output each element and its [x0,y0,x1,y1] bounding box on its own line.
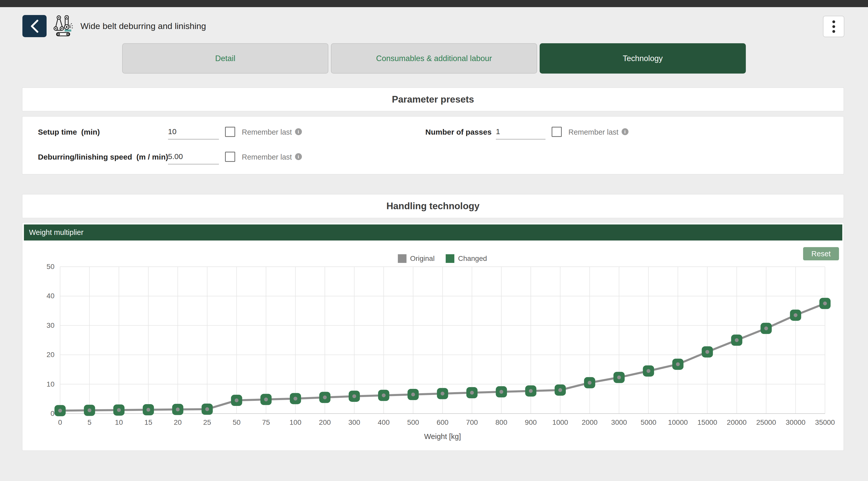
svg-text:30: 30 [46,321,55,329]
svg-text:15000: 15000 [698,418,717,426]
setup-time-row: Setup time (min) 10 Remember last i [38,127,425,142]
svg-text:800: 800 [495,418,507,426]
svg-text:50: 50 [46,263,55,270]
tab-detail[interactable]: Detail [122,43,328,73]
tab-bar: Detail Consumables & additional labour T… [0,43,868,73]
svg-text:25: 25 [203,418,211,426]
chevron-left-icon [29,19,40,33]
original-swatch [398,254,406,263]
svg-text:2000: 2000 [582,418,597,426]
svg-text:5000: 5000 [641,418,656,426]
handling-technology-heading: Handling technology [386,201,479,212]
svg-text:200: 200 [319,418,331,426]
svg-text:500: 500 [407,418,419,426]
svg-text:75: 75 [262,418,270,426]
svg-text:10: 10 [46,380,55,388]
page-title: Wide belt deburring and linishing [81,13,206,39]
svg-text:20: 20 [46,351,55,359]
more-options-button[interactable] [823,16,844,37]
remember-last-label: Remember last [568,127,619,136]
fields-left-column: Setup time (min) 10 Remember last i Debu… [22,127,425,174]
chart-legend: Original Changed [398,254,487,263]
svg-text:35000: 35000 [815,418,835,426]
number-of-passes-remember-checkbox[interactable] [552,127,562,137]
svg-text:3000: 3000 [611,418,627,426]
svg-text:0: 0 [51,410,55,417]
svg-text:5: 5 [88,418,92,426]
deburring-speed-input[interactable]: 5.00 [168,152,219,164]
svg-text:400: 400 [378,418,390,426]
svg-text:25000: 25000 [756,418,776,426]
app-root: Wide belt deburring and linishing Detail… [0,0,868,481]
reset-button[interactable]: Reset [803,247,839,260]
number-of-passes-row: Number of passes 1 Remember last i [425,127,843,142]
info-icon[interactable]: i [295,153,302,160]
tab-consumables[interactable]: Consumables & additional labour [331,43,537,73]
parameter-presets-card: Parameter presets [22,88,844,111]
info-icon[interactable]: i [622,128,628,135]
svg-text:20000: 20000 [727,418,747,426]
setup-time-label: Setup time (min) [38,127,168,136]
svg-text:50: 50 [232,418,241,426]
info-icon[interactable]: i [295,128,302,135]
weight-multiplier-panel: Weight multiplier 0102030405005101520255… [22,222,844,451]
svg-text:40: 40 [46,292,55,300]
number-of-passes-input[interactable]: 1 [496,127,546,139]
handling-technology-card: Handling technology [22,194,844,218]
legend-item-original: Original [398,254,435,263]
kebab-menu-icon [832,20,835,33]
svg-text:15: 15 [144,418,152,426]
parameter-presets-fields: Setup time (min) 10 Remember last i Debu… [22,116,844,174]
svg-text:900: 900 [525,418,537,426]
svg-text:30000: 30000 [785,418,805,426]
deburring-speed-row: Deburring/linishing speed (m / min) 5.00… [38,152,425,167]
svg-text:10: 10 [115,418,123,426]
legend-item-changed: Changed [446,254,487,263]
svg-text:20: 20 [174,418,182,426]
svg-text:0: 0 [58,418,62,426]
svg-text:700: 700 [466,418,478,426]
remember-last-label: Remember last [242,152,292,161]
back-button[interactable] [22,15,46,37]
fields-right-column: Number of passes 1 Remember last i [425,127,843,174]
svg-text:1000: 1000 [552,418,568,426]
top-bar [0,0,868,7]
setup-time-input[interactable]: 10 [168,127,219,139]
header: Wide belt deburring and linishing [0,13,868,41]
setup-time-remember-checkbox[interactable] [225,127,235,137]
wide-belt-machine-icon [54,15,74,37]
deburring-speed-label: Deburring/linishing speed (m / min) [38,152,168,161]
number-of-passes-label: Number of passes [425,127,496,136]
svg-text:10000: 10000 [668,418,688,426]
tab-technology[interactable]: Technology [540,43,746,73]
svg-text:600: 600 [437,418,448,426]
remember-last-label: Remember last [242,127,292,136]
deburring-speed-remember-checkbox[interactable] [225,152,235,162]
x-axis-title: Weight [kg] [424,432,461,441]
parameter-presets-heading: Parameter presets [392,94,474,105]
svg-text:100: 100 [289,418,301,426]
changed-swatch [446,254,454,263]
svg-text:300: 300 [348,418,360,426]
